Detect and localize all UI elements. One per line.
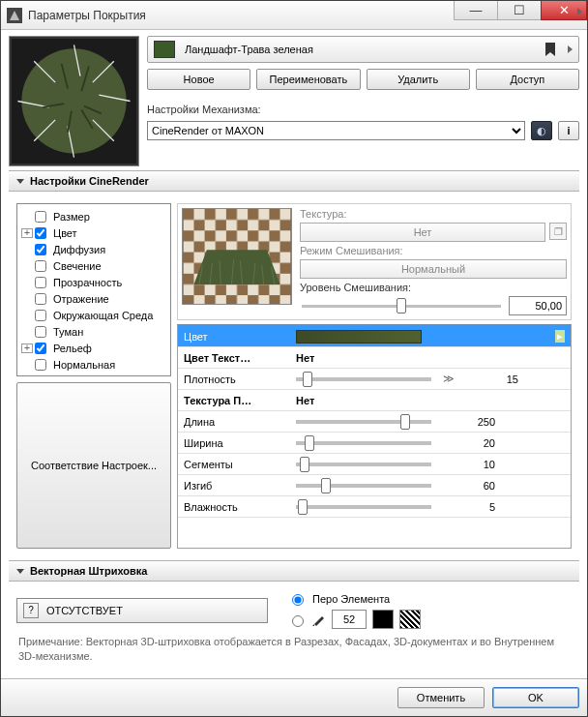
material-preview-large	[9, 36, 139, 166]
property-name: Цвет Текст…	[184, 352, 290, 364]
property-name: Цвет	[184, 331, 290, 343]
property-row[interactable]: Изгиб60	[178, 475, 571, 496]
tree-item[interactable]: +Цвет	[19, 224, 168, 241]
engine-select[interactable]: CineRender от MAXON	[147, 121, 525, 140]
hatch-select[interactable]: ? ОТСУТСТВУЕТ	[16, 598, 268, 623]
pen-pattern-swatch[interactable]	[399, 610, 421, 629]
tree-item[interactable]: Окружающая Среда	[19, 307, 168, 323]
blend-mode-select[interactable]: Нормальный	[300, 259, 567, 279]
blend-level-input[interactable]	[509, 296, 567, 315]
channel-preview	[182, 208, 292, 305]
property-value[interactable]: 5	[296, 501, 565, 513]
hatch-section-header[interactable]: Векторная Штриховка	[9, 560, 579, 582]
property-name: Сегменты	[184, 459, 290, 470]
tree-item[interactable]: Альфа	[19, 373, 168, 376]
cine-section-header[interactable]: Настройки CineRender	[9, 170, 579, 192]
property-value[interactable]: Нет	[296, 395, 565, 406]
app-icon	[7, 8, 22, 23]
texture-select[interactable]: Нет	[300, 223, 545, 242]
tree-checkbox[interactable]	[35, 326, 46, 338]
tree-checkbox[interactable]	[35, 310, 46, 321]
property-name: Длина	[184, 416, 290, 428]
tree-checkbox[interactable]	[35, 227, 46, 239]
property-row[interactable]: Цвет Текст…Нет	[178, 347, 571, 369]
property-value[interactable]: Нет	[296, 352, 565, 364]
material-swatch	[154, 41, 175, 58]
property-row[interactable]: Ширина20	[178, 433, 571, 454]
blend-mode-label: Режим Смешивания:	[300, 245, 567, 256]
tree-label: Размер	[50, 211, 93, 223]
tree-label: Цвет	[50, 227, 80, 239]
pen-icon	[312, 612, 326, 626]
tree-checkbox[interactable]	[35, 244, 46, 255]
property-row[interactable]: Длина250	[178, 411, 571, 433]
tree-item[interactable]: Нормальная	[19, 356, 168, 373]
property-name: Влажность	[184, 501, 290, 513]
tree-checkbox[interactable]	[35, 293, 46, 305]
titlebar: Параметры Покрытия — ☐ ✕	[1, 1, 587, 30]
property-row[interactable]: Влажность5	[178, 496, 571, 518]
blend-level-slider[interactable]	[302, 305, 501, 308]
match-settings-button[interactable]: Соответствие Настроек...	[16, 382, 171, 550]
tree-label: Нормальная	[50, 359, 118, 371]
engine-info-button[interactable]: i	[558, 121, 579, 140]
tree-item[interactable]: Отражение	[19, 290, 168, 307]
property-row[interactable]: Текстура П…Нет	[178, 390, 571, 411]
hatch-section-title: Векторная Штриховка	[30, 565, 147, 577]
copy-icon[interactable]: ❐	[549, 223, 567, 240]
minimize-button[interactable]: —	[454, 1, 498, 20]
tree-checkbox[interactable]	[35, 343, 46, 354]
property-table: Цвет▸Цвет Текст…НетПлотность≫15Текстура …	[177, 324, 572, 549]
share-button[interactable]: Доступ	[476, 69, 579, 90]
property-value[interactable]: 20	[296, 437, 565, 449]
property-value[interactable]: 10	[296, 459, 565, 470]
tree-item[interactable]: Свечение	[19, 257, 168, 274]
material-name-field[interactable]	[147, 36, 579, 63]
svg-marker-21	[193, 250, 279, 284]
property-row[interactable]: Цвет▸	[178, 326, 571, 347]
window-title: Параметры Покрытия	[28, 9, 455, 22]
tree-item[interactable]: Диффузия	[19, 241, 168, 257]
rename-button[interactable]: Переименовать	[256, 69, 360, 90]
hatch-swatch: ?	[23, 603, 39, 618]
tree-label: Рельеф	[50, 343, 95, 354]
pen-element-label: Перо Элемента	[312, 593, 390, 605]
tree-label: Отражение	[50, 293, 112, 305]
tree-item[interactable]: +Рельеф	[19, 340, 168, 356]
property-name: Плотность	[184, 373, 290, 385]
pen-number-input[interactable]	[332, 610, 367, 629]
maximize-button[interactable]: ☐	[497, 1, 542, 20]
channel-tree[interactable]: Размер+ЦветДиффузияСвечениеПрозрачностьО…	[16, 203, 171, 376]
tree-label: Свечение	[50, 260, 104, 272]
tree-checkbox[interactable]	[35, 211, 46, 223]
new-button[interactable]: Новое	[147, 69, 250, 90]
expand-icon[interactable]	[568, 45, 573, 53]
property-value[interactable]: ≫15	[296, 373, 565, 385]
property-name: Изгиб	[184, 480, 290, 492]
tree-item[interactable]: Прозрачность	[19, 274, 168, 290]
tree-checkbox[interactable]	[35, 375, 46, 376]
property-row[interactable]: Сегменты10	[178, 454, 571, 475]
pen-custom-radio[interactable]	[292, 615, 304, 627]
tree-label: Альфа	[50, 375, 90, 376]
property-value[interactable]: 60	[296, 480, 565, 492]
tree-item[interactable]: Размер	[19, 208, 168, 224]
pen-element-radio[interactable]	[292, 594, 304, 606]
tree-label: Прозрачность	[50, 277, 125, 288]
tree-checkbox[interactable]	[35, 359, 46, 371]
cancel-button[interactable]: Отменить	[397, 687, 485, 708]
blend-level-label: Уровень Смешивания:	[300, 282, 567, 293]
property-row[interactable]: Плотность≫15	[178, 369, 571, 390]
tree-checkbox[interactable]	[35, 277, 46, 288]
bookmark-icon[interactable]	[544, 43, 556, 56]
tree-checkbox[interactable]	[35, 260, 46, 272]
property-name: Текстура П…	[184, 395, 290, 406]
ok-button[interactable]: OK	[492, 687, 579, 708]
tree-item[interactable]: Туман	[19, 323, 168, 340]
material-name-input[interactable]	[183, 43, 537, 56]
engine-toggle-button[interactable]: ◐	[531, 121, 552, 140]
delete-button[interactable]: Удалить	[367, 69, 470, 90]
pen-weight-swatch[interactable]	[372, 610, 394, 629]
property-value[interactable]: ▸	[296, 330, 565, 344]
property-value[interactable]: 250	[296, 416, 565, 428]
